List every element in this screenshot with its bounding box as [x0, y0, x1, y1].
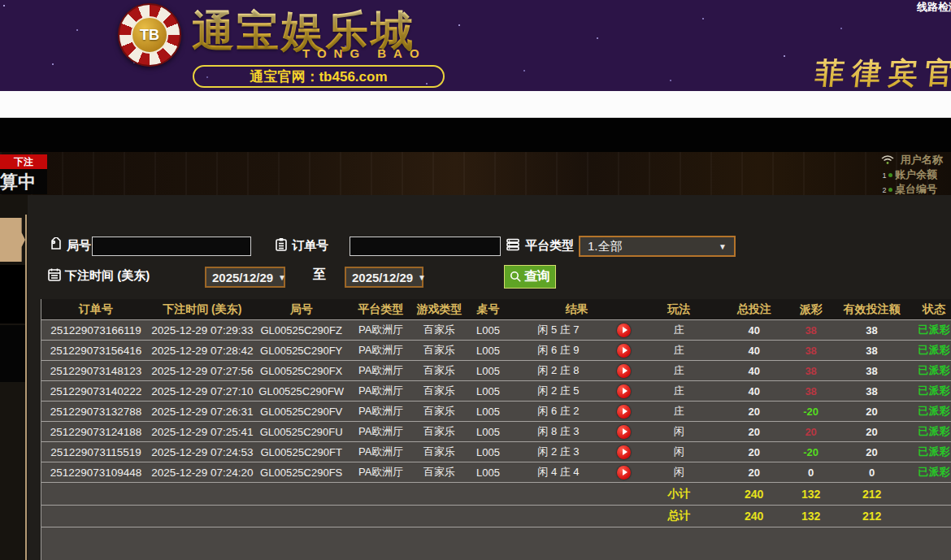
calligraphy-text: 菲律宾官方	[813, 54, 951, 91]
bet-status-tag: 下注	[0, 154, 47, 169]
play-video-button[interactable]	[617, 466, 631, 480]
user-name-row: 用户名称	[881, 153, 943, 167]
to-label: 至	[313, 267, 326, 284]
sidebar-block[interactable]	[0, 325, 25, 382]
subtotal-row: 小计 240 132 212	[41, 482, 951, 505]
play-icon	[623, 428, 627, 435]
table-row: 251229073156416 2025-12-29 07:28:42 GL00…	[41, 340, 951, 360]
main-panel: 局号 订单号 平台类型 1.全部 ▼ 下注时间 (美东) 2025/12/29 …	[0, 195, 951, 560]
order-number-input[interactable]	[350, 237, 501, 256]
official-site-pill: 通宝官网：tb456.com	[193, 65, 445, 88]
table-header-row: 订单号 下注时间 (美东) 局号 平台类型 游戏类型 桌号 结果 玩法 总投注 …	[41, 299, 951, 319]
play-icon	[623, 327, 627, 333]
bet-history-table: 订单号 下注时间 (美东) 局号 平台类型 游戏类型 桌号 结果 玩法 总投注 …	[41, 299, 951, 560]
table-row: 251229073124188 2025-12-29 07:25:41 GL00…	[41, 421, 951, 441]
table-row: 251229073132788 2025-12-29 07:26:31 GL00…	[41, 401, 951, 421]
wood-background	[0, 152, 951, 195]
settling-label: 算中	[0, 169, 47, 194]
tag-icon	[49, 237, 63, 252]
date-to-picker[interactable]: 2025/12/29 ▼	[345, 267, 423, 288]
table-row: 251229073115519 2025-12-29 07:24:53 GL00…	[41, 441, 951, 462]
search-button[interactable]: 查询	[504, 265, 556, 289]
page: 线路检测 TB 通宝娱乐城 TONG BAO 通宝官网：tb456.com 菲律…	[0, 0, 951, 560]
sidebar-active-tab[interactable]	[0, 218, 25, 262]
black-band	[0, 118, 951, 152]
round-number-input[interactable]	[92, 237, 251, 256]
play-icon	[623, 449, 627, 455]
table-row: 251229073109448 2025-12-29 07:24:20 GL00…	[41, 462, 951, 482]
play-icon	[623, 347, 627, 354]
poker-chip-logo: TB	[118, 3, 181, 67]
empty-table-area	[41, 527, 951, 560]
white-band	[0, 91, 951, 118]
order-number-label: 订单号	[292, 238, 328, 254]
chevron-down-icon: ▼	[719, 242, 727, 251]
green-dot-icon	[888, 173, 892, 177]
chevron-down-icon: ▼	[418, 273, 426, 282]
server-icon	[506, 237, 520, 252]
table-info-panel: 用户名称 1账户余额 2桌台编号	[881, 152, 951, 195]
play-icon	[623, 367, 627, 374]
calendar-icon	[47, 267, 62, 282]
play-video-button[interactable]	[617, 344, 631, 358]
logo-badge: TB	[131, 16, 168, 54]
play-video-button[interactable]	[617, 323, 631, 337]
sidebar-divider	[25, 215, 27, 560]
play-video-button[interactable]	[617, 364, 631, 378]
round-number-label: 局号	[67, 238, 91, 254]
clipboard-icon	[274, 237, 289, 252]
brand-header: 线路检测 TB 通宝娱乐城 TONG BAO 通宝官网：tb456.com 菲律…	[0, 0, 951, 91]
bet-time-label: 下注时间 (美东)	[65, 268, 150, 284]
grand-total-row: 总计 240 132 212	[41, 505, 951, 527]
table-row: 251229073148123 2025-12-29 07:27:56 GL00…	[41, 360, 951, 380]
play-icon	[623, 408, 627, 415]
search-icon	[510, 271, 522, 283]
play-icon	[623, 388, 627, 394]
date-from-picker[interactable]: 2025/12/29 ▼	[205, 267, 285, 288]
sidebar-block[interactable]	[0, 265, 25, 323]
green-dot-icon	[888, 188, 892, 192]
platform-type-label: 平台类型	[525, 238, 574, 254]
wifi-icon	[881, 154, 894, 165]
table-row: 251229073140222 2025-12-29 07:27:10 GL00…	[41, 380, 951, 401]
play-video-button[interactable]	[617, 405, 631, 419]
table-body: 251229073166119 2025-12-29 07:29:33 GL00…	[41, 319, 951, 482]
left-sidebar	[0, 195, 28, 560]
play-video-button[interactable]	[617, 445, 631, 459]
play-icon	[623, 469, 627, 475]
play-video-button[interactable]	[617, 384, 631, 398]
platform-type-select[interactable]: 1.全部 ▼	[579, 236, 736, 257]
balance-row: 1账户余额	[881, 167, 937, 182]
brand-subtitle: TONG BAO	[302, 46, 427, 60]
chevron-down-icon: ▼	[278, 273, 286, 282]
line-check-link[interactable]: 线路检测	[917, 0, 951, 15]
table-row: 251229073166119 2025-12-29 07:29:33 GL00…	[41, 319, 951, 340]
table-number-row: 2桌台编号	[881, 182, 937, 195]
star-decoration	[3, 5, 5, 7]
play-video-button[interactable]	[617, 425, 631, 439]
live-video-strip: 下注 算中 用户名称 1账户余额 2桌台编号	[0, 152, 951, 195]
